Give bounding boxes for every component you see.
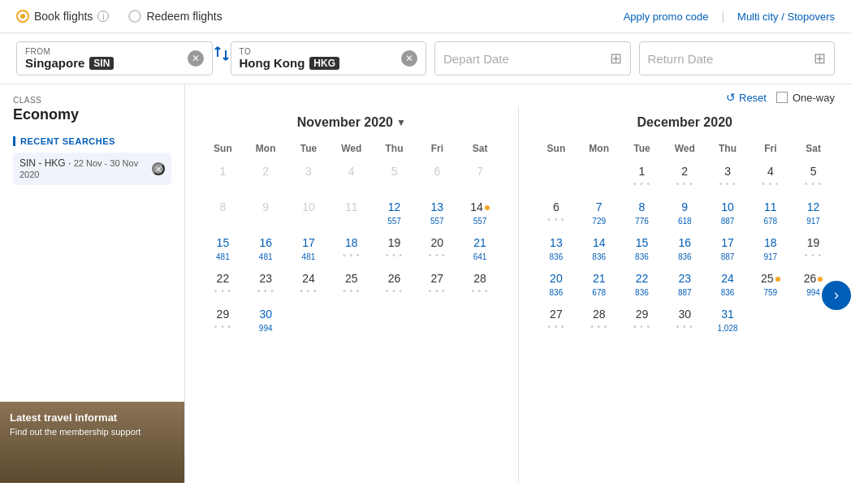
calendar-day-cell[interactable]: 28• • • bbox=[459, 268, 502, 304]
calendar-day-cell[interactable]: 21641 bbox=[459, 232, 502, 268]
next-month-button[interactable]: › bbox=[822, 281, 851, 310]
calendar-day-cell[interactable]: 10887 bbox=[706, 196, 749, 232]
oneway-label: One-way bbox=[793, 92, 835, 104]
calendar-day-cell[interactable]: 20836 bbox=[535, 268, 578, 304]
calendar-day-cell[interactable]: 23887 bbox=[663, 268, 706, 304]
travel-info-banner: Latest travel informat Find out the memb… bbox=[0, 402, 184, 483]
recent-search-item[interactable]: SIN - HKG · 22 Nov - 30 Nov 2020 ✕ bbox=[13, 153, 171, 185]
book-flights-option[interactable]: Book flights i bbox=[16, 10, 109, 23]
recent-close-button[interactable]: ✕ bbox=[152, 162, 165, 175]
calendar-day-cell[interactable]: 10 bbox=[287, 196, 330, 232]
calendar-day-cell[interactable]: 13557 bbox=[416, 196, 459, 232]
calendar-day-cell[interactable]: 311,028 bbox=[706, 304, 749, 339]
from-input-group[interactable]: FROM Singapore SIN ✕ bbox=[16, 41, 213, 75]
calendar-day-cell[interactable]: 9618 bbox=[663, 196, 706, 232]
redeem-flights-radio[interactable] bbox=[128, 10, 141, 23]
depart-date-inner: Depart Date bbox=[443, 52, 603, 66]
return-date-inner: Return Date bbox=[648, 52, 808, 66]
calendar-day-cell[interactable]: 16481 bbox=[244, 232, 287, 268]
calendar-day-cell[interactable]: 8 bbox=[201, 196, 244, 232]
calendar-day-cell[interactable]: 27• • • bbox=[535, 304, 578, 339]
calendar-day-cell[interactable]: 17481 bbox=[287, 232, 330, 268]
calendar-day-cell bbox=[416, 304, 459, 339]
calendar-day-cell[interactable]: 12917 bbox=[792, 196, 835, 232]
calendar-day-cell[interactable]: 2 bbox=[244, 161, 287, 196]
calendar-day-cell[interactable]: 24836 bbox=[706, 268, 749, 304]
calendars: November 2020 ▼ SunMonTueWedThuFriSat 12… bbox=[185, 107, 851, 483]
calendar-day-cell[interactable]: 20• • • bbox=[416, 232, 459, 268]
calendar-day-cell[interactable]: 5 bbox=[373, 161, 416, 196]
calendar-day-cell[interactable]: 28• • • bbox=[577, 304, 620, 339]
december-days-grid[interactable]: 1• • •2• • •3• • •4• • •5• • •6• • •7729… bbox=[535, 161, 836, 339]
calendar-day-cell[interactable]: 14557 bbox=[459, 196, 502, 232]
calendar-day-cell[interactable]: 13836 bbox=[535, 232, 578, 268]
calendar-day-cell[interactable]: 5• • • bbox=[792, 161, 835, 196]
recent-route: SIN - HKG bbox=[19, 157, 66, 169]
calendar-day-cell[interactable]: 11678 bbox=[749, 196, 792, 232]
calendar-day-cell[interactable]: 3• • • bbox=[706, 161, 749, 196]
calendar-day-cell[interactable]: 23• • • bbox=[244, 268, 287, 304]
top-bar-right: Apply promo code | Multi city / Stopover… bbox=[624, 10, 835, 23]
calendar-day-cell[interactable]: 29• • • bbox=[201, 304, 244, 339]
calendar-day-cell[interactable]: 9 bbox=[244, 196, 287, 232]
november-month-dropdown[interactable]: November 2020 ▼ bbox=[297, 115, 406, 130]
recent-searches-label: RECENT SEARCHES bbox=[13, 136, 171, 146]
calendar-day-cell[interactable]: 4• • • bbox=[749, 161, 792, 196]
calendar-day-cell[interactable]: 25• • • bbox=[330, 268, 373, 304]
info-icon[interactable]: i bbox=[97, 11, 109, 22]
oneway-checkbox[interactable] bbox=[776, 92, 788, 103]
calendar-day-cell[interactable]: 3 bbox=[287, 161, 330, 196]
calendar-day-cell[interactable]: 22836 bbox=[620, 268, 663, 304]
oneway-checkbox-group[interactable]: One-way bbox=[776, 92, 835, 104]
calendar-day-cell[interactable]: 18917 bbox=[749, 232, 792, 268]
november-days-grid[interactable]: 1234567891011125571355714557154811648117… bbox=[201, 161, 502, 339]
swap-icon[interactable] bbox=[210, 41, 234, 66]
calendar-day-cell[interactable]: 22• • • bbox=[201, 268, 244, 304]
calendar-day-cell[interactable]: 6 bbox=[416, 161, 459, 196]
calendar-day-cell[interactable]: 1• • • bbox=[620, 161, 663, 196]
calendar-day-cell[interactable]: 19• • • bbox=[792, 232, 835, 268]
calendar-day-cell[interactable]: 18• • • bbox=[330, 232, 373, 268]
redeem-flights-option[interactable]: Redeem flights bbox=[128, 10, 222, 23]
calendar-day-cell bbox=[577, 161, 620, 196]
to-clear-button[interactable]: ✕ bbox=[401, 50, 417, 67]
day-header: Thu bbox=[706, 140, 749, 157]
day-header: Sat bbox=[792, 140, 835, 157]
calendar-container: ↺ Reset One-way November 2020 ▼ SunMonTu… bbox=[185, 84, 851, 483]
calendar-day-cell[interactable]: 15481 bbox=[201, 232, 244, 268]
calendar-day-cell[interactable]: 2• • • bbox=[663, 161, 706, 196]
calendar-day-cell[interactable]: 7 bbox=[459, 161, 502, 196]
book-flights-radio[interactable] bbox=[16, 10, 29, 23]
apply-promo-link[interactable]: Apply promo code bbox=[624, 11, 709, 23]
calendar-day-cell[interactable]: 29• • • bbox=[620, 304, 663, 339]
calendar-day-cell[interactable]: 30994 bbox=[244, 304, 287, 339]
calendar-day-cell[interactable]: 26• • • bbox=[373, 268, 416, 304]
day-header: Thu bbox=[373, 140, 416, 157]
calendar-day-cell[interactable]: 14836 bbox=[577, 232, 620, 268]
calendar-day-cell[interactable]: 30• • • bbox=[663, 304, 706, 339]
calendar-day-cell[interactable]: 21678 bbox=[577, 268, 620, 304]
calendar-day-cell[interactable]: 7729 bbox=[577, 196, 620, 232]
calendar-day-cell[interactable]: 6• • • bbox=[535, 196, 578, 232]
to-input-group[interactable]: TO Hong Kong HKG ✕ bbox=[231, 41, 427, 75]
calendar-day-cell[interactable]: 16836 bbox=[663, 232, 706, 268]
december-header: December 2020 bbox=[535, 115, 836, 130]
calendar-day-cell[interactable]: 4 bbox=[330, 161, 373, 196]
calendar-day-cell[interactable]: 25759 bbox=[749, 268, 792, 304]
calendar-day-cell[interactable]: 15836 bbox=[620, 232, 663, 268]
depart-date-group[interactable]: Depart Date ⊞ bbox=[434, 41, 631, 75]
calendar-day-cell[interactable]: 24• • • bbox=[287, 268, 330, 304]
multi-city-link[interactable]: Multi city / Stopovers bbox=[737, 11, 835, 23]
calendar-day-cell[interactable]: 27• • • bbox=[416, 268, 459, 304]
calendar-day-cell[interactable]: 11 bbox=[330, 196, 373, 232]
calendar-day-cell[interactable]: 8776 bbox=[620, 196, 663, 232]
calendar-day-cell[interactable]: 1 bbox=[201, 161, 244, 196]
calendar-day-cell[interactable]: 19• • • bbox=[373, 232, 416, 268]
reset-button[interactable]: ↺ Reset bbox=[726, 91, 767, 104]
calendar-day-cell[interactable]: 12557 bbox=[373, 196, 416, 232]
travel-info-title: Latest travel informat bbox=[10, 411, 175, 424]
november-header: November 2020 ▼ bbox=[201, 115, 502, 130]
from-clear-button[interactable]: ✕ bbox=[188, 50, 204, 67]
calendar-day-cell[interactable]: 17887 bbox=[706, 232, 749, 268]
return-date-group[interactable]: Return Date ⊞ bbox=[639, 41, 836, 75]
